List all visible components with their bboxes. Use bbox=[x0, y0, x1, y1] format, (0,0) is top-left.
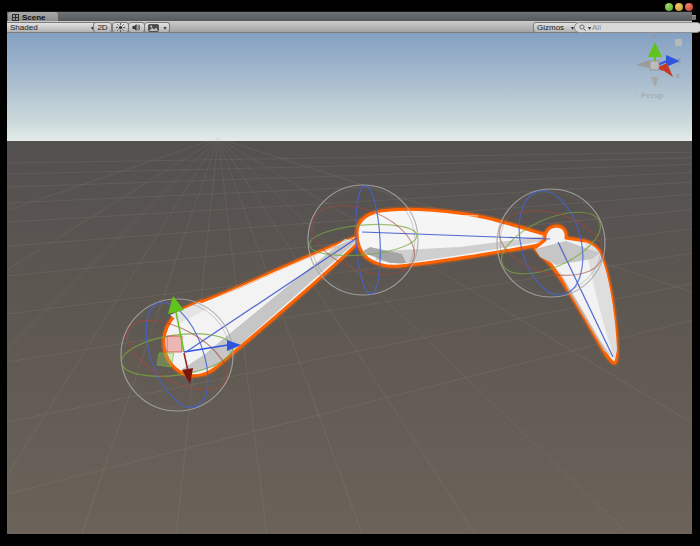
axis-cone-neg-x-icon[interactable] bbox=[636, 60, 649, 68]
toggle-2d-label: 2D bbox=[97, 23, 107, 32]
window-zoom-button[interactable] bbox=[675, 3, 683, 11]
effects-dropdown-button[interactable]: ▾ bbox=[161, 22, 170, 33]
draw-mode-dropdown[interactable]: Shaded ▾ bbox=[7, 22, 98, 33]
sun-icon bbox=[116, 23, 125, 32]
scene-orientation-gizmo[interactable]: Y Z x ‹ Persp bbox=[634, 33, 682, 100]
axis-center-cube[interactable] bbox=[650, 61, 659, 70]
axis-label-y: Y bbox=[652, 33, 657, 40]
effects-toggle-button[interactable] bbox=[144, 22, 162, 33]
grid-icon bbox=[12, 14, 19, 21]
window-minimize-button[interactable] bbox=[665, 3, 673, 11]
search-filter-caret-icon[interactable]: ▾ bbox=[588, 25, 591, 31]
image-icon bbox=[148, 24, 159, 32]
scene-3d-overlay: Y Z x ‹ Persp bbox=[7, 33, 692, 534]
translate-plane-handle-xy[interactable] bbox=[167, 336, 182, 352]
caret-down-icon: ▾ bbox=[163, 25, 166, 31]
unity-scene-window: Scene Shaded ▾ 2D bbox=[0, 0, 700, 546]
toggle-2d-button[interactable]: 2D bbox=[93, 22, 112, 33]
scene-toolbar: Shaded ▾ 2D bbox=[7, 21, 692, 33]
axis-label-x: x bbox=[676, 72, 680, 79]
lighting-toggle-button[interactable] bbox=[112, 22, 129, 33]
projection-chevron-icon: ‹ bbox=[634, 91, 637, 100]
axis-cone-x-icon[interactable] bbox=[658, 63, 673, 77]
grid-lines bbox=[7, 138, 692, 534]
search-field[interactable]: ▾ bbox=[574, 22, 700, 33]
window-close-button[interactable] bbox=[685, 3, 693, 11]
window-titlebar bbox=[0, 0, 700, 11]
audio-toggle-button[interactable] bbox=[128, 22, 145, 33]
translate-plane-handle-xz[interactable] bbox=[157, 353, 174, 367]
axis-cone-neg-y-icon[interactable] bbox=[651, 77, 659, 87]
tab-bar: Scene bbox=[7, 11, 692, 21]
magnifier-icon bbox=[579, 24, 587, 32]
skybox-sun-spot bbox=[675, 39, 682, 46]
gizmos-dropdown[interactable]: Gizmos ▾ bbox=[533, 22, 578, 33]
gizmos-label: Gizmos bbox=[537, 23, 564, 32]
scene-viewport[interactable]: Y Z x ‹ Persp bbox=[7, 33, 692, 534]
axis-label-z: Z bbox=[677, 57, 682, 64]
draw-mode-label: Shaded bbox=[10, 23, 38, 32]
axis-cone-y-icon[interactable] bbox=[648, 42, 662, 57]
search-input[interactable] bbox=[592, 24, 682, 32]
speaker-icon bbox=[132, 23, 141, 32]
projection-label[interactable]: Persp bbox=[641, 91, 663, 100]
